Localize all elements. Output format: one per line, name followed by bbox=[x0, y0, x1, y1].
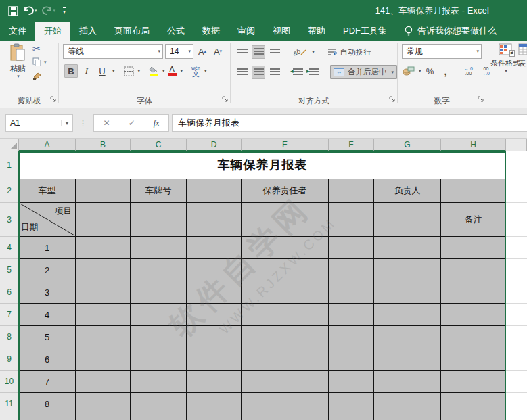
save-icon[interactable] bbox=[8, 6, 18, 16]
cell-f6[interactable] bbox=[329, 281, 374, 304]
decrease-indent-icon[interactable]: ◂ bbox=[291, 66, 304, 79]
paste-button[interactable]: 粘贴 ▾ bbox=[5, 43, 30, 88]
font-name-combo[interactable]: 等线▾ bbox=[63, 44, 163, 59]
cell-d7[interactable] bbox=[187, 304, 242, 326]
cell-b2[interactable] bbox=[76, 179, 131, 203]
cell-d4[interactable] bbox=[187, 237, 242, 259]
row-header-1[interactable]: 1 bbox=[0, 151, 19, 179]
phonetic-dropdown[interactable]: ▾ bbox=[204, 68, 207, 74]
underline-button[interactable]: U bbox=[95, 64, 109, 78]
cell-c6[interactable] bbox=[131, 281, 187, 304]
cell-outside[interactable] bbox=[506, 393, 527, 415]
increase-decimal-icon[interactable]: ←.0.00 bbox=[461, 65, 476, 77]
row-header-10[interactable]: 10 bbox=[0, 371, 19, 393]
cell-d2[interactable] bbox=[187, 179, 242, 203]
cell-e9[interactable] bbox=[242, 348, 329, 371]
cell-b3[interactable] bbox=[76, 203, 131, 237]
cell-c9[interactable] bbox=[131, 348, 187, 371]
cell-c7[interactable] bbox=[131, 304, 187, 326]
cell-e3[interactable] bbox=[242, 203, 329, 237]
row-header-4[interactable]: 4 bbox=[0, 237, 19, 259]
cell-c10[interactable] bbox=[131, 371, 187, 393]
cell-a8[interactable]: 5 bbox=[19, 326, 76, 348]
cell-c2[interactable]: 车牌号 bbox=[131, 179, 187, 203]
cell-g2[interactable]: 负责人 bbox=[374, 179, 441, 203]
customize-qat-icon[interactable]: ▾ bbox=[63, 7, 66, 15]
cell-a12[interactable] bbox=[19, 415, 76, 420]
copy-button[interactable]: ▾ bbox=[32, 57, 47, 66]
cell-outside[interactable] bbox=[506, 348, 527, 371]
cell-a6[interactable]: 3 bbox=[19, 281, 76, 304]
cell-a1-title[interactable]: 车辆保养月报表 bbox=[19, 151, 506, 179]
tab-insert[interactable]: 插入 bbox=[70, 22, 106, 41]
cell-c12[interactable] bbox=[131, 415, 187, 420]
cell-g7[interactable] bbox=[374, 304, 441, 326]
font-dialog-launcher[interactable] bbox=[222, 93, 228, 105]
format-as-table-button[interactable]: 表 bbox=[518, 43, 527, 68]
insert-function-icon[interactable]: fx bbox=[154, 118, 160, 129]
borders-icon[interactable] bbox=[123, 66, 135, 77]
cell-d12[interactable] bbox=[187, 415, 242, 420]
row-header-partial[interactable] bbox=[0, 415, 19, 420]
cell-h7[interactable] bbox=[441, 304, 506, 326]
fill-color-dropdown[interactable]: ▾ bbox=[162, 68, 165, 74]
borders-dropdown[interactable]: ▾ bbox=[138, 68, 141, 74]
cell-g5[interactable] bbox=[374, 259, 441, 281]
cell-b12[interactable] bbox=[76, 415, 131, 420]
cell-h10[interactable] bbox=[441, 371, 506, 393]
tab-view[interactable]: 视图 bbox=[264, 22, 299, 41]
cell-f2[interactable] bbox=[329, 179, 374, 203]
name-box[interactable]: A1 ▾ bbox=[5, 114, 73, 132]
clipboard-dialog-launcher[interactable] bbox=[50, 93, 56, 105]
font-color-icon[interactable]: A bbox=[167, 66, 177, 76]
column-header-b[interactable]: B bbox=[76, 139, 131, 151]
cell-d8[interactable] bbox=[187, 326, 242, 348]
conditional-formatting-button[interactable]: ≠ 条件格式 ▾ bbox=[488, 43, 522, 74]
tab-pdf-tools[interactable]: PDF工具集 bbox=[334, 22, 396, 41]
cell-e10[interactable] bbox=[242, 371, 329, 393]
undo-icon[interactable]: ▾ bbox=[23, 6, 37, 16]
column-header-e[interactable]: E bbox=[242, 139, 329, 151]
align-right-icon[interactable] bbox=[268, 66, 281, 79]
cell-e8[interactable] bbox=[242, 326, 329, 348]
number-format-combo[interactable]: 常规▾ bbox=[402, 44, 482, 59]
comma-style-button[interactable]: , bbox=[439, 64, 453, 78]
select-all-corner[interactable] bbox=[0, 139, 19, 151]
cell-e4[interactable] bbox=[242, 237, 329, 259]
cell-h8[interactable] bbox=[441, 326, 506, 348]
orientation-icon[interactable]: ab bbox=[292, 48, 308, 57]
conditional-formatting-dropdown[interactable]: ▾ bbox=[505, 68, 507, 74]
cell-d11[interactable] bbox=[187, 393, 242, 415]
align-left-icon[interactable] bbox=[235, 66, 249, 79]
formula-input[interactable]: 车辆保养月报表 bbox=[172, 114, 527, 132]
cell-e2[interactable]: 保养责任者 bbox=[242, 179, 329, 203]
cell-b8[interactable] bbox=[76, 326, 131, 348]
cell-b4[interactable] bbox=[76, 237, 131, 259]
tab-formulas[interactable]: 公式 bbox=[158, 22, 193, 41]
cell-g10[interactable] bbox=[374, 371, 441, 393]
cell-f5[interactable] bbox=[329, 259, 374, 281]
tab-home[interactable]: 开始 bbox=[35, 22, 70, 41]
format-painter-icon[interactable] bbox=[32, 71, 47, 83]
merge-center-button[interactable]: ↔ 合并后居中 ▾ bbox=[330, 65, 397, 79]
increase-indent-icon[interactable]: ▸ bbox=[307, 66, 321, 79]
bold-button[interactable]: B bbox=[64, 64, 78, 78]
cell-e6[interactable] bbox=[242, 281, 329, 304]
paste-dropdown[interactable]: ▾ bbox=[17, 74, 20, 79]
cell-g9[interactable] bbox=[374, 348, 441, 371]
row-header-7[interactable]: 7 bbox=[0, 304, 19, 326]
font-color-dropdown[interactable]: ▾ bbox=[181, 68, 183, 74]
fill-color-icon[interactable] bbox=[148, 66, 159, 77]
align-center-icon[interactable] bbox=[252, 66, 265, 79]
cell-d6[interactable] bbox=[187, 281, 242, 304]
align-middle-icon[interactable] bbox=[252, 45, 265, 59]
cell-h6[interactable] bbox=[441, 281, 506, 304]
cell-b10[interactable] bbox=[76, 371, 131, 393]
cell-e7[interactable] bbox=[242, 304, 329, 326]
cell-a7[interactable]: 4 bbox=[19, 304, 76, 326]
cell-outside[interactable] bbox=[506, 371, 527, 393]
cell-a9[interactable]: 6 bbox=[19, 348, 76, 371]
cell-b7[interactable] bbox=[76, 304, 131, 326]
cell-g12[interactable] bbox=[374, 415, 441, 420]
cell-h4[interactable] bbox=[441, 237, 506, 259]
